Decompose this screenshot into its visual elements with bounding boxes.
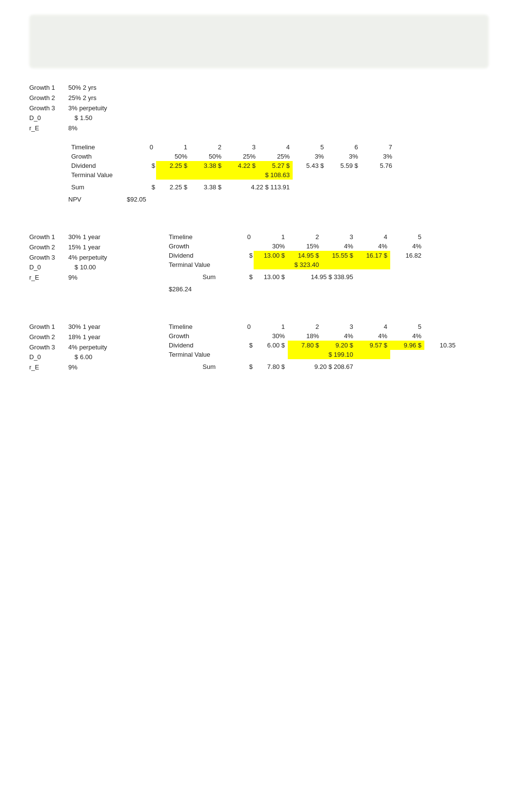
blurred-header — [29, 15, 489, 68]
div-1-5: 5.43 $ — [293, 161, 327, 170]
section2-inner: Growth 1 30% 1 year Growth 2 15% 1 year … — [29, 232, 489, 304]
s3-param-row-re: r_E 9% — [29, 363, 166, 373]
s2-param-value-d0: 10.00 — [80, 263, 100, 273]
sum-1-34: 4.22 $ 113.91 — [224, 183, 293, 192]
param-label-re: r_E — [29, 123, 68, 134]
param-row-d0: D_0 $ 1.50 — [29, 113, 489, 123]
param-value-growth2: 25% 2 yrs — [68, 93, 97, 103]
growth-label-2: Growth — [166, 242, 219, 251]
timeline-label-2: Timeline — [166, 232, 219, 242]
div-1-1: 2.25 $ — [156, 161, 190, 170]
sum-2-23: 14.95 $ 338.95 — [288, 272, 356, 282]
sum-label-3: Sum — [166, 362, 219, 371]
npv-value-2: $286.24 — [169, 285, 192, 293]
tv-2-2: $ 323.40 — [288, 260, 322, 269]
timeline-row-2: Timeline 0 1 2 3 4 5 — [166, 232, 424, 242]
dividend-row-3: Dividend $ 6.00 $ 7.80 $ 9.20 $ 9.57 $ 9… — [166, 341, 458, 350]
s2-param-label-growth3: Growth 3 — [29, 253, 68, 263]
div-1-2: 3.38 $ — [190, 161, 224, 170]
growth-row-2: Growth 30% 15% 4% 4% 4% — [166, 242, 424, 251]
s2-param-value-growth3: 4% perpetuity — [68, 253, 107, 263]
s3-param-value-growth2: 18% 1 year — [68, 332, 100, 343]
dividend-row-2: Dividend $ 13.00 $ 14.95 $ 15.55 $ 16.17… — [166, 251, 424, 260]
s2-param-row-re: r_E 9% — [29, 273, 166, 283]
dividend-row-1: Dividend $ 2.25 $ 3.38 $ 4.22 $ 5.27 $ 5… — [68, 161, 395, 170]
terminal-value-row-3: Terminal Value $ 199.10 — [166, 350, 458, 359]
div-3-0: 6.00 $ — [254, 341, 288, 350]
section-3: Growth 1 30% 1 year Growth 2 18% 1 year … — [29, 322, 489, 373]
div-3-5: 10.35 — [424, 341, 458, 350]
div-2-5: 16.82 — [390, 251, 424, 260]
param-dollar-d0: $ — [68, 113, 78, 123]
sum-1-1: 2.25 $ — [156, 183, 190, 192]
growth-row-3: Growth 30% 18% 4% 4% 4% — [166, 331, 458, 341]
section3-params: Growth 1 30% 1 year Growth 2 18% 1 year … — [29, 322, 166, 373]
param-row-growth1: Growth 1 50% 2 yrs — [29, 83, 489, 93]
s3-param-label-growth1: Growth 1 — [29, 322, 68, 332]
section1-params: Growth 1 50% 2 yrs Growth 2 25% 2 yrs Gr… — [29, 83, 489, 134]
param-value-d0: 1.50 — [80, 113, 100, 123]
dividend-label-3: Dividend — [166, 341, 219, 350]
sum-2-1: 13.00 $ — [254, 272, 288, 282]
param-value-growth3: 3% perpetuity — [68, 103, 107, 114]
div-2-3: 15.55 $ — [322, 251, 356, 260]
div-1-7: 5.76 — [361, 161, 395, 170]
ddm-table-2: Timeline 0 1 2 3 4 5 Growth 30% 15% 4% — [166, 232, 424, 282]
growth-label: Growth — [68, 152, 122, 161]
s2-param-row-growth2: Growth 2 15% 1 year — [29, 243, 166, 253]
ddm-table-3: Timeline 0 1 2 3 4 5 Growth 30% 18% 4% — [166, 322, 458, 371]
div-3-1: 7.80 $ — [288, 341, 322, 350]
s2-param-dollar-d0: $ — [68, 263, 78, 273]
s3-param-row-growth1: Growth 1 30% 1 year — [29, 322, 166, 332]
section2-params: Growth 1 30% 1 year Growth 2 15% 1 year … — [29, 232, 166, 283]
s2-param-label-d0: D_0 — [29, 263, 68, 273]
terminal-value-row-1: Terminal Value $ 108.63 — [68, 170, 395, 180]
s3-param-row-growth3: Growth 3 4% perpetuity — [29, 343, 166, 353]
s2-param-label-growth1: Growth 1 — [29, 232, 68, 243]
section3-inner: Growth 1 30% 1 year Growth 2 18% 1 year … — [29, 322, 489, 373]
s2-param-row-d0: D_0 $ 10.00 — [29, 263, 166, 273]
param-value-re: 8% — [68, 123, 88, 134]
sum-row-1: Sum $ 2.25 $ 3.38 $ 4.22 $ 113.91 — [68, 183, 395, 192]
s2-param-label-re: r_E — [29, 273, 68, 283]
npv-label-1: NPV — [68, 196, 122, 203]
t0: 0 — [122, 142, 156, 152]
t7: 7 — [361, 142, 395, 152]
t3: 3 — [224, 142, 259, 152]
s3-param-label-d0: D_0 — [29, 352, 68, 363]
div-3-3: 9.57 $ — [356, 341, 390, 350]
terminal-value-row-2: Terminal Value $ 323.40 — [166, 260, 424, 269]
div-1-6: 5.59 $ — [327, 161, 361, 170]
param-label-growth3: Growth 3 — [29, 103, 68, 114]
sum-1-2: 3.38 $ — [190, 183, 224, 192]
s2-param-label-growth2: Growth 2 — [29, 243, 68, 253]
param-row-growth2: Growth 2 25% 2 yrs — [29, 93, 489, 103]
div-1-3: 4.22 $ — [224, 161, 259, 170]
param-value-growth1: 50% 2 yrs — [68, 83, 97, 93]
t2: 2 — [190, 142, 224, 152]
s3-param-value-re: 9% — [68, 363, 88, 373]
s3-param-row-growth2: Growth 2 18% 1 year — [29, 332, 166, 343]
growth-label-3: Growth — [166, 331, 219, 341]
sum-label: Sum — [68, 183, 122, 192]
t6: 6 — [327, 142, 361, 152]
ddm-table-1: Timeline 0 1 2 3 4 5 6 7 Growth 50% 50% … — [68, 142, 395, 192]
s3-param-value-d0: 6.00 — [80, 352, 100, 363]
s2-param-row-growth3: Growth 3 4% perpetuity — [29, 253, 166, 263]
section2-table-wrap: Timeline 0 1 2 3 4 5 Growth 30% 15% 4% — [166, 232, 489, 304]
sum-3-1: 7.80 $ — [254, 362, 288, 371]
param-label-growth2: Growth 2 — [29, 93, 68, 103]
t5: 5 — [293, 142, 327, 152]
npv-value-1: $92.05 — [127, 196, 146, 203]
s3-param-dollar-d0: $ — [68, 352, 78, 363]
timeline-label-3: Timeline — [166, 322, 219, 331]
div-2-2: 14.95 $ — [288, 251, 322, 260]
npv-row-2: $286.24 — [169, 285, 489, 293]
param-label-d0: D_0 — [29, 113, 68, 123]
s2-param-value-growth2: 15% 1 year — [68, 243, 100, 253]
div-3-2: 9.20 $ — [322, 341, 356, 350]
section-2: Growth 1 30% 1 year Growth 2 15% 1 year … — [29, 232, 489, 304]
growth-row-1: Growth 50% 50% 25% 25% 3% 3% 3% — [68, 152, 395, 161]
sum-label-2: Sum — [166, 272, 219, 282]
section-1: Growth 1 50% 2 yrs Growth 2 25% 2 yrs Gr… — [29, 83, 489, 215]
